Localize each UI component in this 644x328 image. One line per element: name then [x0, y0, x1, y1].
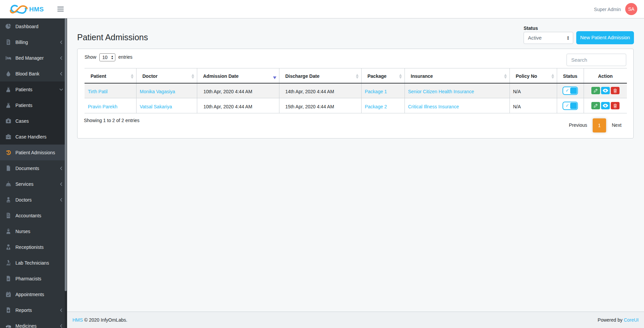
svg-text:R: R: [7, 278, 9, 281]
